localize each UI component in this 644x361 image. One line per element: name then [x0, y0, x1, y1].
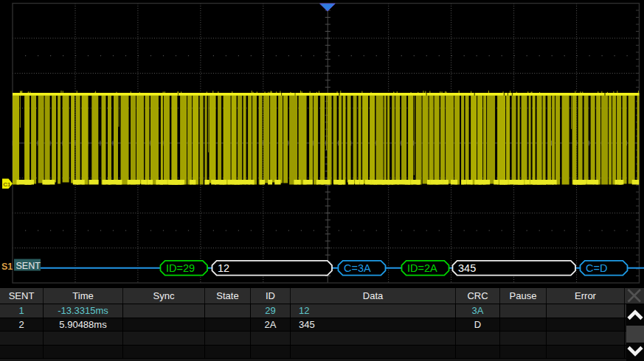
svg-text:345: 345	[458, 262, 476, 274]
svg-text:SENT: SENT	[16, 261, 41, 271]
svg-text:C1: C1	[3, 181, 11, 188]
svg-text:C=D: C=D	[586, 262, 607, 274]
svg-text:C=3A: C=3A	[344, 262, 371, 274]
svg-text:12: 12	[218, 262, 229, 274]
svg-text:S1: S1	[1, 262, 13, 272]
svg-text:ID=2A: ID=2A	[407, 262, 437, 274]
svg-text:ID=29: ID=29	[166, 262, 195, 274]
